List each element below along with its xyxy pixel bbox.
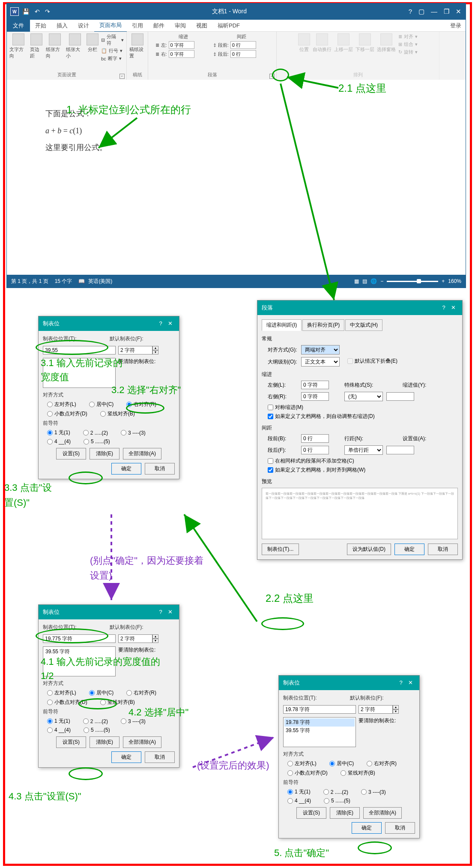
auto-indent-checkbox[interactable] xyxy=(268,414,273,419)
tab-position-input[interactable] xyxy=(43,346,116,354)
breaks-button[interactable]: ⊟分隔符▾ xyxy=(101,33,124,46)
margins-button[interactable]: 页边距 xyxy=(30,33,43,59)
zoom-out-icon[interactable]: − xyxy=(380,278,383,284)
help-icon[interactable]: ? xyxy=(396,678,406,688)
paper-settings-button[interactable]: 稿纸设置 xyxy=(129,33,145,59)
leader-3-radio[interactable] xyxy=(361,789,367,795)
zoom-level[interactable]: 160% xyxy=(448,278,461,284)
cancel-button[interactable]: 取消 xyxy=(428,544,458,555)
menu-file[interactable]: 文件 xyxy=(7,20,30,32)
menu-foxin[interactable]: 福昕PDF xyxy=(212,20,245,32)
align-left-radio[interactable] xyxy=(47,690,53,696)
tab-chinese[interactable]: 中文版式(H) xyxy=(345,319,382,331)
zoom-in-icon[interactable]: + xyxy=(442,278,445,284)
default-tab-input[interactable] xyxy=(358,705,393,714)
menu-mail[interactable]: 邮件 xyxy=(148,20,170,32)
indent-right[interactable] xyxy=(301,392,329,401)
page-setup-launcher[interactable]: ⌐ xyxy=(119,74,125,79)
leader-2-radio[interactable] xyxy=(83,430,89,436)
align-center-radio[interactable] xyxy=(89,402,95,407)
clear-all-button[interactable]: 全部清除(A) xyxy=(123,736,161,748)
align-center-radio[interactable] xyxy=(89,690,95,696)
help-icon[interactable]: ? xyxy=(156,319,165,328)
snap-grid-checkbox[interactable] xyxy=(268,467,273,473)
text-direction-button[interactable]: 文字方向 xyxy=(9,33,27,59)
clear-button[interactable]: 清除(E) xyxy=(90,448,119,460)
wrap-button[interactable]: 自动换行 xyxy=(313,33,332,53)
help-icon[interactable]: ? xyxy=(409,8,412,15)
tab-position-input[interactable] xyxy=(283,705,356,714)
ok-button[interactable]: 确定 xyxy=(111,463,141,475)
ok-button[interactable]: 确定 xyxy=(394,544,424,555)
columns-button[interactable]: 分栏 xyxy=(87,33,99,53)
help-icon[interactable]: ? xyxy=(439,303,448,312)
zoom-slider[interactable] xyxy=(387,281,438,282)
menu-layout[interactable]: 页面布局 xyxy=(94,19,127,32)
set-button[interactable]: 设置(S) xyxy=(296,807,326,819)
no-space-checkbox[interactable] xyxy=(268,458,273,464)
hyphenation-button[interactable]: bc断字▾ xyxy=(101,55,124,62)
backward-button[interactable]: 下移一层 xyxy=(356,33,374,53)
ok-button[interactable]: 确定 xyxy=(352,822,382,834)
ok-button[interactable]: 确定 xyxy=(111,751,141,763)
menu-insert[interactable]: 插入 xyxy=(51,20,73,32)
cancel-button[interactable]: 取消 xyxy=(145,463,175,475)
tabs-button[interactable]: 制表位(T)... xyxy=(262,544,299,555)
save-icon[interactable]: 💾 xyxy=(22,8,30,15)
align-decimal-radio[interactable] xyxy=(287,770,293,776)
print-layout-icon[interactable]: ▤ xyxy=(362,278,367,284)
set-default-button[interactable]: 设为默认值(D) xyxy=(347,544,391,555)
align-left-radio[interactable] xyxy=(287,761,293,766)
tab-indent-spacing[interactable]: 缩进和间距(I) xyxy=(262,319,302,331)
menu-design[interactable]: 设计 xyxy=(73,20,94,32)
align-bar-radio[interactable] xyxy=(100,700,106,705)
leader-2-radio[interactable] xyxy=(323,789,329,795)
align-bar-radio[interactable] xyxy=(341,770,346,776)
space-before-input[interactable] xyxy=(230,41,256,49)
clear-all-button[interactable]: 全部清除(A) xyxy=(123,448,161,460)
tab-line-page[interactable]: 换行和分页(P) xyxy=(302,319,344,331)
menu-review[interactable]: 审阅 xyxy=(170,20,191,32)
leader-3-radio[interactable] xyxy=(121,430,126,436)
align-button[interactable]: ≣对齐▾ xyxy=(398,33,418,40)
align-bar-radio[interactable] xyxy=(100,411,106,417)
close-icon[interactable]: ✕ xyxy=(456,8,461,15)
leader-4-radio[interactable] xyxy=(47,439,53,445)
selection-pane-button[interactable]: 选择窗格 xyxy=(377,33,396,53)
align-center-radio[interactable] xyxy=(329,761,335,766)
set-value-input[interactable] xyxy=(386,446,414,454)
align-decimal-radio[interactable] xyxy=(47,411,53,417)
menu-view[interactable]: 视图 xyxy=(191,20,212,32)
menu-home[interactable]: 开始 xyxy=(30,20,51,32)
align-left-radio[interactable] xyxy=(47,402,53,407)
position-button[interactable]: 位置 xyxy=(298,33,310,53)
line-numbers-button[interactable]: 📋行号▾ xyxy=(101,48,124,54)
collapse-checkbox[interactable] xyxy=(347,358,353,364)
leader-5-radio[interactable] xyxy=(84,727,89,733)
leader-5-radio[interactable] xyxy=(324,798,329,804)
status-words[interactable]: 15 个字 xyxy=(55,278,72,285)
leader-4-radio[interactable] xyxy=(47,727,53,733)
set-button[interactable]: 设置(S) xyxy=(56,736,86,748)
minimize-icon[interactable]: — xyxy=(431,8,437,15)
align-right-radio[interactable] xyxy=(367,761,372,766)
align-right-radio[interactable] xyxy=(126,690,132,696)
help-icon[interactable]: ? xyxy=(156,607,165,617)
close-icon[interactable]: ✕ xyxy=(165,319,175,328)
orientation-button[interactable]: 纸张方向 xyxy=(46,33,64,59)
redo-icon[interactable]: ↷ xyxy=(45,8,50,15)
space-after[interactable] xyxy=(301,446,329,454)
alignment-select[interactable]: 两端对齐 xyxy=(301,345,340,354)
indent-right-input[interactable] xyxy=(169,50,194,58)
line-spacing-select[interactable]: 单倍行距 xyxy=(344,445,383,455)
leader-1-radio[interactable] xyxy=(47,718,53,724)
leader-3-radio[interactable] xyxy=(121,718,126,724)
space-before[interactable] xyxy=(301,434,329,443)
read-mode-icon[interactable]: ▦ xyxy=(354,278,359,284)
close-icon[interactable]: ✕ xyxy=(165,607,175,617)
leader-2-radio[interactable] xyxy=(83,718,89,724)
special-format-select[interactable]: (无) xyxy=(344,392,383,401)
paragraph-launcher[interactable]: ⌐ xyxy=(269,74,275,79)
tab-position-input[interactable] xyxy=(43,634,116,643)
align-right-radio[interactable] xyxy=(126,402,132,407)
